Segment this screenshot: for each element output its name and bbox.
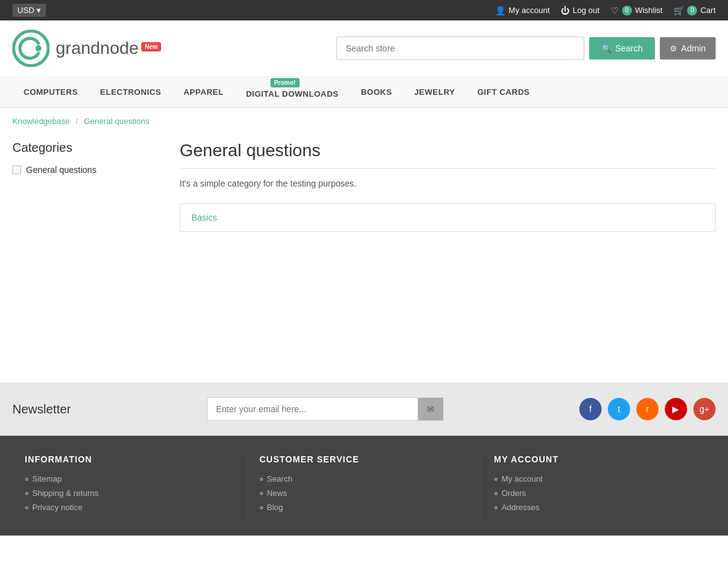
footer-link-addresses[interactable]: ■ Addresses — [494, 503, 703, 512]
footer-link-search[interactable]: ■ Search — [260, 474, 469, 483]
sidebar-title: Categories — [12, 141, 161, 155]
currency-label: USD — [17, 6, 34, 15]
logo-area: grandnode New — [12, 30, 161, 67]
nav-item-jewelry[interactable]: JEWELRY — [403, 79, 467, 105]
twitter-icon[interactable]: t — [608, 398, 630, 420]
currency-dropdown-icon: ▾ — [37, 6, 41, 15]
search-button-label: Search — [615, 43, 642, 53]
bullet-icon: ■ — [25, 475, 29, 482]
new-badge: New — [141, 42, 162, 51]
social-icons: f t r ▶ g+ — [579, 398, 716, 420]
footer-information-title: INFORMATION — [25, 454, 234, 464]
facebook-icon[interactable]: f — [579, 398, 602, 420]
youtube-icon[interactable]: ▶ — [665, 398, 687, 420]
header: grandnode New Search Admin — [0, 20, 728, 77]
bullet-icon: ■ — [260, 475, 263, 482]
breadcrumb: Knowledgebase / General questions — [0, 108, 728, 135]
top-bar-right: My account Log out 0 Wishlist 0 Cart — [495, 6, 716, 15]
page-title: General questions — [180, 141, 716, 169]
promo-badge: Promo! — [270, 78, 299, 87]
footer-customer-service: CUSTOMER SERVICE ■ Search ■ News ■ Blog — [247, 454, 482, 517]
nav-item-gift-cards[interactable]: GIFT CARDS — [467, 79, 541, 105]
my-account-label: My account — [509, 6, 550, 15]
footer-customer-service-title: CUSTOMER SERVICE — [260, 454, 469, 464]
wishlist-count: 0 — [622, 6, 632, 15]
footer-link-privacy[interactable]: ■ Privacy notice — [25, 503, 234, 512]
logo-wordmark: grandnode New — [56, 38, 161, 58]
gear-icon — [670, 43, 677, 53]
logout-icon — [561, 6, 569, 15]
currency-selector[interactable]: USD ▾ — [12, 4, 46, 17]
footer-link-shipping[interactable]: ■ Shipping & returns — [25, 488, 234, 498]
search-icon — [602, 43, 612, 53]
search-input[interactable] — [336, 37, 584, 60]
logout-link[interactable]: Log out — [561, 6, 599, 15]
nav-digital-downloads-wrapper: Promo! DIGITAL DOWNLOADS — [235, 77, 350, 107]
breadcrumb-general-questions[interactable]: General questions — [84, 117, 149, 126]
breadcrumb-knowledgebase[interactable]: Knowledgebase — [12, 117, 70, 126]
bullet-icon: ■ — [25, 490, 29, 496]
page-content: General questions It's a simple category… — [180, 141, 716, 358]
logo-text-area: grandnode New — [56, 38, 161, 58]
top-bar: USD ▾ My account Log out 0 Wishlist 0 Ca… — [0, 0, 728, 20]
search-area: Search Admin — [336, 37, 716, 60]
footer-my-account: MY ACCOUNT ■ My account ■ Orders ■ Addre… — [481, 454, 716, 517]
newsletter-submit-button[interactable] — [418, 397, 444, 421]
logo-text: grandnode — [56, 38, 139, 58]
svg-point-1 — [35, 45, 42, 51]
email-icon — [427, 405, 434, 414]
bullet-icon: ■ — [494, 475, 498, 482]
my-account-link[interactable]: My account — [495, 6, 550, 15]
footer-link-my-account[interactable]: ■ My account — [494, 474, 703, 483]
cart-count: 0 — [687, 6, 697, 15]
sidebar-item-label: General questions — [26, 165, 97, 175]
newsletter-title: Newsletter — [12, 402, 71, 417]
footer-link-sitemap[interactable]: ■ Sitemap — [25, 474, 234, 483]
nav-item-books[interactable]: BOOKS — [349, 79, 403, 105]
logo-icon[interactable] — [12, 30, 50, 67]
footer-my-account-title: MY ACCOUNT — [494, 454, 703, 464]
wishlist-label: Wishlist — [635, 6, 663, 15]
main-nav: COMPUTERS ELECTRONICS APPAREL Promo! DIG… — [0, 77, 728, 108]
top-bar-left: USD ▾ — [12, 4, 46, 17]
bullet-icon: ■ — [25, 504, 29, 511]
sidebar-item-general-questions[interactable]: General questions — [12, 162, 161, 177]
nav-item-computers[interactable]: COMPUTERS — [12, 79, 89, 105]
main-content: Categories General questions General que… — [0, 135, 728, 382]
nav-item-apparel[interactable]: APPAREL — [172, 79, 235, 105]
page-description: It's a simple category for the testing p… — [180, 179, 716, 188]
sidebar: Categories General questions — [12, 141, 161, 358]
footer-link-blog[interactable]: ■ Blog — [260, 503, 469, 512]
wishlist-link[interactable]: 0 Wishlist — [611, 6, 663, 15]
heart-icon — [611, 6, 619, 15]
cart-icon — [673, 6, 684, 15]
bullet-icon: ■ — [260, 504, 263, 511]
rss-icon[interactable]: r — [636, 398, 659, 420]
search-button[interactable]: Search — [589, 37, 655, 60]
user-icon — [495, 6, 506, 15]
bullet-icon: ■ — [260, 490, 263, 496]
admin-button-label: Admin — [681, 43, 706, 53]
logout-label: Log out — [572, 6, 599, 15]
bullet-icon: ■ — [494, 490, 498, 496]
newsletter-section: Newsletter f t r ▶ g+ — [0, 382, 728, 436]
bullet-icon: ■ — [494, 504, 498, 511]
sidebar-checkbox[interactable] — [12, 165, 21, 174]
breadcrumb-separator: / — [76, 117, 80, 126]
footer-link-orders[interactable]: ■ Orders — [494, 488, 703, 498]
footer-link-news[interactable]: ■ News — [260, 488, 469, 498]
newsletter-email-input[interactable] — [207, 397, 418, 421]
newsletter-form — [207, 397, 444, 421]
cart-label: Cart — [700, 6, 716, 15]
nav-item-electronics[interactable]: ELECTRONICS — [89, 79, 173, 105]
footer: INFORMATION ■ Sitemap ■ Shipping & retur… — [0, 436, 728, 536]
article-link-basics[interactable]: Basics — [180, 203, 716, 232]
admin-button[interactable]: Admin — [660, 37, 716, 60]
cart-link[interactable]: 0 Cart — [673, 6, 716, 15]
googleplus-icon[interactable]: g+ — [693, 398, 716, 420]
footer-information: INFORMATION ■ Sitemap ■ Shipping & retur… — [12, 454, 247, 517]
